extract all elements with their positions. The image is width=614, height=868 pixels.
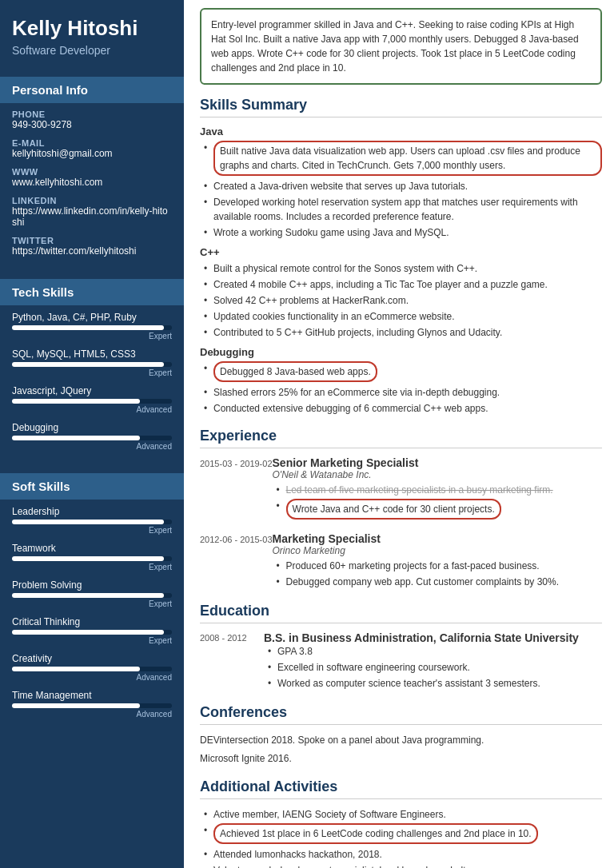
soft-skill-item: Problem Solving Expert (12, 579, 172, 608)
skill-bar-container (12, 630, 172, 635)
contact-item: Phone949-300-9278 (12, 109, 172, 130)
skill-name: Creativity (12, 653, 172, 664)
contact-label: LinkedIn (12, 196, 172, 205)
bullet-item: Attended lumonhacks hackathon, 2018. (204, 847, 602, 862)
experience-details: Marketing Specialist Orinco Marketing Pr… (273, 532, 602, 591)
skill-level: Expert (12, 563, 172, 571)
bullet-item: Developed working hotel reservation syst… (204, 195, 602, 224)
bullet-item: Wrote a working Sudoku game using Java a… (204, 225, 602, 240)
java-label: Java (200, 125, 602, 137)
skill-level: Advanced (12, 710, 172, 719)
skill-bar-container (12, 667, 172, 671)
bullet-item: Produced 60+ marketing projects for a fa… (277, 559, 602, 573)
contact-item: LinkedInhttps://www.linkedin.com/in/kell… (12, 196, 172, 228)
experience-entry: 2012-06 - 2015-03 Marketing Specialist O… (200, 532, 602, 591)
skill-level: Expert (12, 599, 172, 608)
conferences-title: Conferences (200, 704, 602, 725)
contact-label: E-mail (12, 138, 172, 148)
bullet-item: Debugged company web app. Cut customer c… (277, 575, 602, 589)
contact-label: Twitter (12, 236, 172, 245)
education-list: 2008 - 2012 B.S. in Business Administrat… (200, 631, 602, 692)
skill-level: Expert (12, 332, 172, 340)
soft-skill-item: Teamwork Expert (12, 543, 172, 571)
soft-skill-item: Time Management Advanced (12, 690, 172, 719)
skill-name: Debugging (12, 422, 172, 433)
tech-skill-item: Javascript, JQuery Advanced (12, 385, 172, 414)
experience-bullets: Produced 60+ marketing projects for a fa… (273, 559, 602, 589)
conference-item: DEVintersection 2018. Spoke on a panel a… (200, 733, 602, 748)
skill-name: Python, Java, C#, PHP, Ruby (12, 312, 172, 323)
activities-bullets: Active member, IAENG Society of Software… (200, 807, 602, 868)
candidate-name: Kelly Hitoshi (12, 16, 172, 41)
contact-value: 949-300-9278 (12, 119, 172, 130)
bullet-item: Led team of five marketing specialists i… (277, 483, 602, 497)
skill-name: SQL, MySQL, HTML5, CSS3 (12, 348, 172, 360)
bullet-item: Slashed errors 25% for an eCommerce site… (204, 385, 602, 400)
skill-bar (12, 556, 164, 561)
tech-skills-section: Tech Skills Python, Java, C#, PHP, Ruby … (0, 279, 184, 465)
personal-info-content: Phone949-300-9278E-mailkellyhitoshi@gmai… (0, 103, 184, 271)
tech-skill-item: SQL, MySQL, HTML5, CSS3 Expert (12, 348, 172, 377)
bullet-item: Active member, IAENG Society of Software… (204, 807, 602, 822)
skill-bar-container (12, 703, 172, 708)
debugging-subsection: Debugging Debugged 8 Java-based web apps… (200, 346, 602, 416)
contact-value: kellyhitoshi@gmail.com (12, 148, 172, 159)
bullet-item: Debugged 8 Java-based web apps. (204, 361, 602, 384)
summary-text: Entry-level programmer skilled in Java a… (211, 19, 579, 74)
experience-date: 2012-06 - 2015-03 (200, 532, 273, 591)
bullet-item: Created 4 mobile C++ apps, including a T… (204, 277, 602, 292)
experience-details: Senior Marketing Specialist O'Neil & Wat… (273, 456, 602, 523)
job-title: Marketing Specialist (273, 532, 602, 545)
bullet-item: Solved 42 C++ problems at HackerRank.com… (204, 293, 602, 308)
highlighted-bullet: Wrote Java and C++ code for 30 client pr… (286, 499, 501, 520)
cpp-bullets: Built a physical remote control for the … (200, 261, 602, 340)
experience-date: 2015-03 - 2019-02 (200, 456, 273, 523)
contact-item: Twitterhttps://twitter.com/kellyhitoshi (12, 236, 172, 257)
skill-level: Advanced (12, 405, 172, 414)
skill-bar (12, 399, 140, 404)
highlighted-bullet: Achieved 1st place in 6 LeetCode coding … (213, 823, 538, 844)
skill-name: Time Management (12, 690, 172, 701)
skill-level: Expert (12, 368, 172, 377)
contact-value: www.kellyhitoshi.com (12, 177, 172, 188)
job-company: O'Neil & Watanabe Inc. (273, 469, 602, 480)
java-subsection: Java Built native Java data visualizatio… (200, 125, 602, 240)
skill-name: Leadership (12, 506, 172, 517)
skill-bar (12, 436, 140, 440)
skill-bar-container (12, 436, 172, 440)
skill-bar (12, 667, 140, 671)
highlighted-bullet: Debugged 8 Java-based web apps. (213, 361, 377, 382)
bullet-item: Updated cookies functionality in an eCom… (204, 309, 602, 324)
sidebar-header: Kelly Hitoshi Software Developer (0, 0, 184, 69)
skill-bar-container (12, 556, 172, 561)
skill-level: Expert (12, 636, 172, 645)
soft-skills-header: Soft Skills (0, 473, 184, 500)
skill-name: Javascript, JQuery (12, 385, 172, 396)
summary-box: Entry-level programmer skilled in Java a… (200, 8, 602, 85)
strikethrough-text: Led team of five marketing specialists i… (286, 484, 553, 496)
bullet-item: Wrote Java and C++ code for 30 client pr… (277, 499, 602, 521)
edu-degree: B.S. in Business Administration, Califor… (264, 631, 602, 644)
soft-skills-section: Soft Skills Leadership Expert Teamwork E… (0, 473, 184, 733)
experience-list: 2015-03 - 2019-02 Senior Marketing Speci… (200, 456, 602, 591)
education-title: Education (200, 603, 602, 623)
skill-bar (12, 362, 164, 367)
bullet-item: Built a physical remote control for the … (204, 261, 602, 276)
java-bullets: Built native Java data visualization web… (200, 141, 602, 240)
highlighted-bullet: Built native Java data visualization web… (213, 141, 602, 176)
contact-item: WWWwww.kellyhitoshi.com (12, 167, 172, 188)
experience-entry: 2015-03 - 2019-02 Senior Marketing Speci… (200, 456, 602, 523)
candidate-title: Software Developer (12, 44, 172, 57)
job-title: Senior Marketing Specialist (273, 456, 602, 469)
skill-level: Advanced (12, 673, 172, 682)
activities-title: Additional Activities (200, 778, 602, 799)
tech-skill-item: Debugging Advanced (12, 422, 172, 451)
skill-bar-container (12, 399, 172, 404)
bullet-item: Worked as computer science teacher's ass… (268, 676, 602, 691)
cpp-subsection: C++ Built a physical remote control for … (200, 246, 602, 340)
conferences-list: DEVintersection 2018. Spoke on a panel a… (200, 733, 602, 766)
skill-bar (12, 703, 140, 708)
bullet-item: Created a Java-driven website that serve… (204, 179, 602, 193)
education-entry: 2008 - 2012 B.S. in Business Administrat… (200, 631, 602, 692)
skill-bar-container (12, 362, 172, 367)
